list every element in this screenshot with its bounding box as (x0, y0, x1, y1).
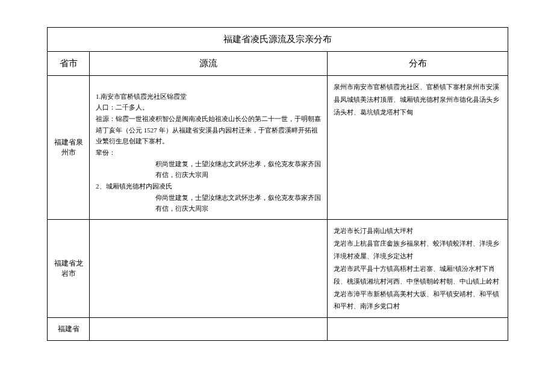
source-cell (90, 318, 328, 341)
header-distribution: 分布 (328, 52, 508, 76)
src-line: 积尚世建复，士望汝继志文武怀忠孝，叙伦克友恭家齐国有信，衍庆大宗周 (96, 158, 321, 181)
src-line: 辈份： (96, 147, 321, 158)
province-cell: 福建省 (48, 318, 90, 341)
clan-table: 福建省凌氏源流及宗亲分布 省市 源流 分布 福建省泉州市 1.南安市官桥镇霞光社… (47, 27, 508, 341)
province-cell: 福建省龙岩市 (48, 220, 90, 318)
dist-line: 龙岩市上杭县官庄畲族乡福泉村、蛟洋镇蛟洋村、洋境乡洋境村凌屋、洋境乡定达村 (334, 237, 502, 263)
header-source: 源流 (90, 52, 328, 76)
src-line: 2、城厢镇光德村内园凌氏 (96, 181, 321, 192)
title-row: 福建省凌氏源流及宗亲分布 (48, 28, 508, 52)
table-title: 福建省凌氏源流及宗亲分布 (48, 28, 508, 52)
table-row: 福建省泉州市 1.南安市官桥镇霞光社区锦霞堂 人口：二千多人。 祖源：锦霞一世祖… (48, 76, 508, 220)
src-line: 祖源：锦霞一世祖凌积智公是闽南凌氏始祖凌山长公的第二十一世，于明朝嘉靖丁亥年（公… (96, 113, 321, 147)
document-page: 福建省凌氏源流及宗亲分布 省市 源流 分布 福建省泉州市 1.南安市官桥镇霞光社… (0, 0, 554, 359)
source-cell (90, 220, 328, 318)
dist-line: 龙岩市武平县十方镇高梧村土岩寨、城厢!镇汾水村下肖段、桃溪镇湘坑村河西、中堡镇朝… (334, 263, 502, 288)
src-line: 1.南安市官桥镇霞光社区锦霞堂 (96, 91, 321, 102)
header-row: 省市 源流 分布 (48, 52, 508, 76)
province-cell: 福建省泉州市 (48, 76, 90, 220)
src-line: 人口：二千多人。 (96, 102, 321, 113)
table-row: 福建省龙岩市 龙岩市长汀县南山镇大坪村 龙岩市上杭县官庄畲族乡福泉村、蛟洋镇蛟洋… (48, 220, 508, 318)
header-province: 省市 (48, 52, 90, 76)
source-cell: 1.南安市官桥镇霞光社区锦霞堂 人口：二千多人。 祖源：锦霞一世祖凌积智公是闽南… (90, 76, 328, 220)
distribution-cell: 泉州市南安市官桥镇霞光社区、官桥镇下寨村泉州市安溪县凤城镇美法村顶厝、城厢镇光德… (328, 76, 508, 220)
src-line: 仰尚世建复，士望汝继志文武怀忠孝，叙伦克友恭家齐国有信，衍庆大周宗 (96, 192, 321, 214)
table-row: 福建省 (48, 318, 508, 341)
distribution-cell: 龙岩市长汀县南山镇大坪村 龙岩市上杭县官庄畲族乡福泉村、蛟洋镇蛟洋村、洋境乡洋境… (328, 220, 508, 318)
dist-line: 龙岩市长汀县南山镇大坪村 (334, 225, 502, 237)
dist-line: 龙岩市漳平市新桥镇高美村大坂、和平镇安靖村、和平镇和平村、南洋乡党口村 (334, 288, 502, 313)
distribution-cell (328, 318, 508, 341)
